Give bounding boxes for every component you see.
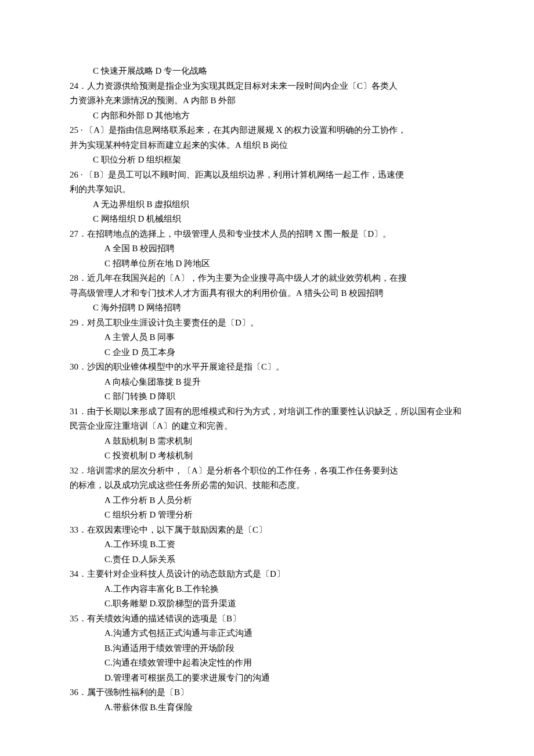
text-line: 24．人力资源供给预测是指企业为实现其既定目标对未来一段时间内企业〔C〕各类人 [70, 79, 464, 94]
text-line: C 网络组织 D 机械组织 [70, 212, 464, 227]
text-line: 34．主要针对企业科技人员设计的动态鼓励方式是〔D〕 [70, 567, 464, 582]
text-line: 29．对员工职业生涯设计负主要责任的是〔D〕。 [70, 316, 464, 331]
text-line: B.沟通适用于绩效管理的开场阶段 [70, 641, 464, 656]
text-line: A.工作内容丰富化 B.工作轮换 [70, 582, 464, 597]
text-line: A 无边界组织 B 虚拟组织 [70, 197, 464, 212]
text-line: 33．在双因素理论中，以下属于鼓励因素的是〔C〕 [70, 523, 464, 538]
text-line: C.沟通在绩效管理中起着决定性的作用 [70, 656, 464, 671]
text-line: A 全国 B 校园招聘 [70, 241, 464, 256]
text-line: A.沟通方式包括正式沟通与非正式沟通 [70, 626, 464, 641]
text-line: A 向核心集团靠拢 B 提升 [70, 375, 464, 390]
text-line: A.带薪休假 B.生育保险 [70, 700, 464, 715]
text-line: C 部门转换 D 降职 [70, 389, 464, 404]
text-line: C.职务雕塑 D.双阶梯型的晋升渠道 [70, 596, 464, 612]
text-line: 35．有关绩效沟通的描述错误的选项是〔B〕 [70, 612, 464, 627]
text-line: A 主管人员 B 同事 [70, 330, 464, 345]
text-line: 28．近几年在我国兴起的〔A〕，作为主要为企业搜寻高中级人才的就业效劳机构，在搜 [70, 271, 464, 286]
text-line: 民营企业应注重培训〔A〕的建立和完善。 [70, 419, 464, 434]
text-line: 25 · 〔A〕是指由信息网络联系起来，在其内部进展规 X 的权力设置和明确的分… [70, 123, 464, 138]
text-line: C 企业 D 员工本身 [70, 345, 464, 360]
text-line: 的标准，以及成功完成这些任务所必需的知识、技能和态度。 [70, 478, 464, 493]
content-body: C 快速开展战略 D 专一化战略24．人力资源供给预测是指企业为实现其既定目标对… [70, 64, 464, 715]
text-line: C 招聘单位所在地 D 跨地区 [70, 256, 464, 272]
text-line: 30．沙因的职业锥体模型中的水平开展途径是指〔C〕。 [70, 360, 464, 375]
document-page: C 快速开展战略 D 专一化战略24．人力资源供给预测是指企业为实现其既定目标对… [0, 0, 534, 756]
text-line: 31．由于长期以来形成了固有的思维模式和行为方式，对培训工作的重要性认识缺乏，所… [70, 404, 464, 419]
text-line: A.工作环境 B.工资 [70, 537, 464, 552]
text-line: C.责任 D.人际关系 [70, 552, 464, 567]
text-line: 36．属于强制性福利的是〔B〕 [70, 685, 464, 700]
text-line: C 快速开展战略 D 专一化战略 [70, 64, 464, 79]
text-line: 27．在招聘地点的选择上，中级管理人员和专业技术人员的招聘 X 围一般是〔D〕。 [70, 227, 464, 242]
text-line: D.管理者可根据员工的要求进展专门的沟通 [70, 671, 464, 686]
text-line: 力资源补充来源情况的预测。A 内部 B 外部 [70, 93, 464, 108]
text-line: C 组织分析 D 管理分析 [70, 508, 464, 523]
text-line: 利的共享知识。 [70, 182, 464, 197]
text-line: A 工作分析 B 人员分析 [70, 493, 464, 508]
text-line: C 职位分析 D 组织框架 [70, 153, 464, 168]
text-line: C 投资机制 D 考核机制 [70, 448, 464, 464]
text-line: A 鼓励机制 B 需求机制 [70, 434, 464, 449]
text-line: 并为实现某种特定目标而建立起来的实体。A 组织 B 岗位 [70, 138, 464, 153]
text-line: C 海外招聘 D 网络招聘 [70, 301, 464, 316]
text-line: 寻高级管理人才和专门技术人才方面具有很大的利用价值。A 猎头公司 B 校园招聘 [70, 286, 464, 301]
text-line: C 内部和外部 D 其他地方 [70, 108, 464, 124]
text-line: 32．培训需求的层次分析中，〔A〕是分析各个职位的工作任务，各项工作任务要到达 [70, 464, 464, 479]
text-line: 26 · 〔B〕是员工可以不顾时间、距离以及组织边界，利用计算机网络一起工作，迅… [70, 168, 464, 183]
